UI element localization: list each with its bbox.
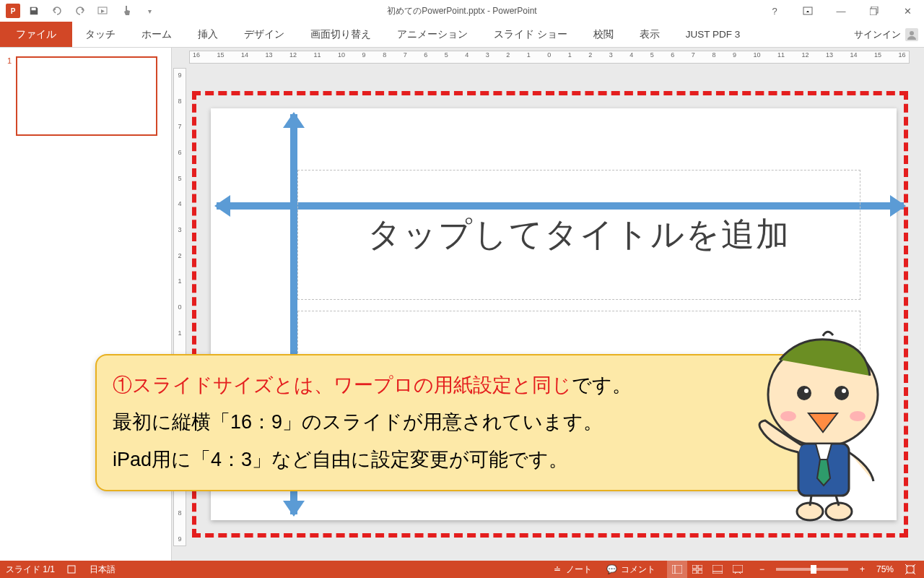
start-from-beginning-button[interactable]: [94, 1, 113, 20]
notes-label: ノート: [566, 564, 592, 576]
notes-button[interactable]: ≐ ノート: [549, 564, 595, 576]
svg-point-8: [804, 389, 808, 393]
zoom-out-button[interactable]: −: [757, 564, 767, 574]
window-title: 初めてのPowerPoint.pptx - PowerPoint: [387, 5, 536, 17]
redo-button[interactable]: [71, 1, 90, 20]
svg-point-10: [780, 411, 796, 421]
svg-rect-18: [672, 565, 682, 574]
tab-6[interactable]: スライド ショー: [481, 22, 580, 47]
minimize-button[interactable]: —: [824, 0, 858, 22]
svg-point-9: [842, 389, 846, 393]
save-button[interactable]: [25, 1, 43, 20]
tab-7[interactable]: 校閲: [580, 22, 627, 47]
callout-number: ①: [113, 374, 132, 396]
slideshow-view-button[interactable]: [728, 561, 748, 578]
user-avatar-icon: [905, 28, 918, 41]
comments-button[interactable]: 💬 コメント: [603, 564, 658, 576]
comments-icon: 💬: [606, 564, 618, 575]
svg-point-6: [797, 386, 811, 400]
callout-line3: iPad用に「4：3」など自由に設定変更が可能です。: [113, 441, 827, 478]
comments-label: コメント: [621, 564, 655, 576]
help-button[interactable]: ?: [758, 0, 791, 22]
slide-thumbnail-1[interactable]: [16, 56, 157, 136]
svg-line-15: [810, 496, 811, 506]
sign-in-label: サインイン: [854, 29, 901, 41]
restore-button[interactable]: [858, 0, 891, 22]
ribbon-display-button[interactable]: [791, 0, 824, 22]
spellcheck-icon[interactable]: [66, 564, 78, 575]
callout-line2: 最初に縦横「16：9」のスライドが用意されています。: [113, 404, 827, 441]
svg-rect-22: [692, 570, 697, 574]
svg-point-4: [910, 31, 914, 35]
tab-3[interactable]: デザイン: [231, 22, 297, 47]
qat-customize-button[interactable]: ▾: [140, 1, 159, 20]
tab-1[interactable]: ホーム: [128, 22, 185, 47]
quick-access-toolbar: P ▾: [0, 1, 159, 20]
notes-icon: ≐: [552, 564, 563, 575]
svg-rect-17: [68, 566, 75, 573]
zoom-in-button[interactable]: +: [857, 564, 868, 574]
tab-5[interactable]: アニメーション: [384, 22, 481, 47]
mascot-character: [736, 325, 902, 527]
reading-view-button[interactable]: [707, 561, 728, 578]
svg-rect-3: [870, 9, 876, 15]
zoom-slider[interactable]: [776, 568, 848, 571]
tab-2[interactable]: 挿入: [185, 22, 231, 47]
language-label[interactable]: 日本語: [90, 564, 116, 576]
svg-point-7: [834, 386, 849, 400]
powerpoint-app-icon: P: [6, 4, 20, 18]
svg-rect-26: [733, 565, 743, 572]
slide-thumb-number: 1: [7, 56, 12, 136]
slide-count-label: スライド 1/1: [6, 564, 55, 576]
normal-view-button[interactable]: [667, 561, 687, 578]
svg-rect-24: [712, 565, 723, 574]
horizontal-ruler[interactable]: 1615141312111098765432101234567891011121…: [189, 51, 910, 64]
sign-in-button[interactable]: サインイン: [854, 22, 918, 48]
tab-9[interactable]: JUST PDF 3: [673, 22, 754, 47]
title-bar: P ▾ 初めてのPowerPoint.pptx - PowerPoint ? —…: [0, 0, 924, 22]
view-buttons: [667, 561, 748, 578]
svg-rect-23: [698, 570, 702, 574]
tab-4[interactable]: 画面切り替え: [297, 22, 384, 47]
status-bar: スライド 1/1 日本語 ≐ ノート 💬 コメント − + 75%: [0, 561, 924, 578]
close-button[interactable]: ✕: [891, 0, 924, 22]
ribbon-tabs: ファイル タッチホーム挿入デザイン画面切り替えアニメーションスライド ショー校閲…: [0, 22, 924, 48]
tab-8[interactable]: 表示: [627, 22, 673, 47]
svg-rect-21: [698, 565, 702, 569]
window-controls: ? — ✕: [758, 0, 924, 22]
undo-button[interactable]: [48, 1, 66, 20]
tab-file[interactable]: ファイル: [0, 22, 72, 47]
callout-line1-end: です。: [572, 374, 632, 396]
svg-rect-20: [692, 565, 697, 569]
touch-mode-button[interactable]: [117, 1, 136, 20]
zoom-level-label[interactable]: 75%: [876, 564, 894, 574]
fit-to-window-button[interactable]: [902, 564, 918, 574]
annotation-callout: ①スライドサイズとは、ワープロの用紙設定と同じです。 最初に縦横「16：9」のス…: [95, 354, 845, 491]
svg-point-11: [850, 411, 866, 421]
callout-line1-red: スライドサイズとは、ワープロの用紙設定と同じ: [132, 374, 572, 396]
title-placeholder[interactable]: タップしてタイトルを追加: [297, 170, 860, 300]
tab-0[interactable]: タッチ: [72, 22, 128, 47]
sorter-view-button[interactable]: [687, 561, 707, 578]
